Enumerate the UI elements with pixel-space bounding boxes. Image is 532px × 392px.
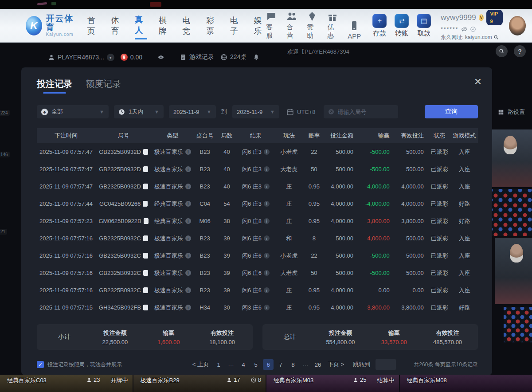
live-table-tile-1[interactable]: 极速百家乐B29178 — [133, 375, 266, 392]
user-block[interactable]: wywy9999 V VIP 9 ****** 永久网址: kaiyun.com — [441, 10, 503, 41]
result-detail-icon[interactable]: i — [264, 184, 270, 189]
cell-mode: 好路 — [451, 304, 478, 312]
result-detail-icon[interactable]: i — [264, 149, 270, 155]
live-table-tile-0[interactable]: 经典百家乐C0323开牌中 — [0, 375, 133, 392]
nav-item-1[interactable]: 体育 — [111, 12, 123, 39]
result-detail-icon[interactable]: i — [264, 305, 270, 310]
refresh-circle-icon[interactable] — [470, 26, 476, 32]
chevron-down-icon[interactable]: ▾ — [107, 54, 114, 61]
nav-item-3[interactable]: 棋牌 — [159, 12, 171, 39]
info-icon[interactable]: i — [185, 218, 191, 224]
game-record-button[interactable]: 游戏记录 — [180, 53, 214, 61]
copy-icon[interactable] — [144, 218, 149, 224]
info-icon[interactable]: i — [185, 184, 191, 189]
copy-icon[interactable] — [143, 253, 148, 259]
result-detail-icon[interactable]: i — [264, 201, 270, 207]
magnifier-icon[interactable] — [493, 35, 499, 40]
copy-icon[interactable] — [143, 235, 148, 241]
time-range-select[interactable]: 1天内 ▼ — [114, 105, 164, 118]
total-amount-label: 投注金额 — [314, 329, 368, 337]
table-name: 经典百家乐M03 — [274, 376, 313, 384]
info-icon[interactable]: i — [185, 235, 191, 241]
cell-status: 已派彩 — [428, 252, 451, 260]
cell-time: 2025-11-09 07:57:16 — [37, 287, 95, 294]
date-to-select[interactable]: 2025-11-9 ▼ — [232, 105, 279, 118]
live-table-tile-2[interactable]: 经典百家乐M0325结算中 — [266, 375, 399, 392]
wallet-label: 取款 — [417, 29, 430, 38]
coin-icon: ¥ — [121, 54, 128, 61]
nav-item-6[interactable]: 电子 — [230, 12, 243, 39]
close-icon[interactable]: × — [474, 75, 481, 88]
live-table-tile-3[interactable]: 经典百家乐M08 — [400, 375, 532, 392]
app-button[interactable]: APP — [348, 20, 361, 40]
page-4[interactable]: 4 — [238, 359, 249, 370]
result-detail-icon[interactable]: i — [264, 253, 270, 259]
query-button[interactable]: 查询 — [425, 105, 478, 118]
result-detail-icon[interactable]: i — [264, 287, 270, 293]
result-detail-icon[interactable]: i — [264, 270, 270, 276]
cell-table_no: B23 — [194, 235, 216, 242]
round-id-input[interactable] — [324, 105, 398, 118]
next-page-button[interactable]: 下页 > — [325, 359, 347, 370]
player-menu[interactable]: PLAYER46873... ▾ — [48, 54, 114, 61]
copy-icon[interactable] — [143, 270, 148, 276]
transfer-icon: ⇄ — [395, 14, 409, 28]
eye-off-icon[interactable] — [461, 26, 467, 32]
promo-button[interactable]: 优惠 — [327, 11, 338, 40]
nav-item-0[interactable]: 首页 — [87, 12, 100, 39]
merge-checkbox[interactable]: ✓ — [37, 361, 44, 368]
balance-display[interactable]: ¥ 0.00 — [121, 54, 142, 61]
nav-item-4[interactable]: 电竞 — [183, 12, 195, 39]
timezone-display[interactable]: UTC+8 — [286, 108, 316, 116]
copy-icon[interactable] — [143, 287, 148, 293]
nav-item-5[interactable]: 彩票 — [206, 12, 219, 39]
partners-button[interactable]: 合营 — [286, 11, 297, 40]
nav-item-2[interactable]: 真人 — [135, 12, 147, 39]
page-5[interactable]: 5 — [250, 359, 261, 370]
prev-page-button[interactable]: < 上页 — [190, 359, 211, 370]
copy-icon[interactable] — [143, 184, 148, 189]
date-from-select[interactable]: 2025-11-9 ▼ — [169, 105, 216, 118]
info-icon[interactable]: i — [185, 149, 191, 155]
page-8[interactable]: 8 — [288, 359, 298, 370]
modal-tab-0[interactable]: 投注记录 — [37, 78, 72, 94]
result-detail-icon[interactable]: i — [264, 235, 270, 241]
jump-page-input[interactable] — [376, 359, 396, 370]
eye-toggle[interactable] — [157, 54, 164, 61]
result-detail-icon[interactable]: i — [264, 218, 270, 224]
info-icon[interactable]: i — [185, 253, 191, 259]
info-icon[interactable]: i — [185, 305, 191, 310]
info-icon[interactable]: i — [185, 287, 191, 293]
col-header-game: 类型 — [152, 132, 194, 140]
notification-button[interactable] — [253, 54, 260, 61]
copy-icon[interactable] — [143, 305, 148, 310]
modal-tab-1[interactable]: 额度记录 — [86, 78, 121, 94]
page-7[interactable]: 7 — [275, 359, 286, 370]
sponsor-button[interactable]: 赞助 — [307, 11, 317, 40]
table-count-button[interactable]: 224桌 — [220, 53, 246, 61]
road-settings-label[interactable]: 路设置 — [498, 108, 525, 116]
avatar[interactable] — [509, 16, 526, 35]
nav-item-7[interactable]: 娱乐 — [254, 12, 266, 39]
dealer-video-thumb[interactable] — [495, 238, 532, 304]
deposit-button[interactable]: ＋ 存款 — [372, 14, 387, 38]
transfer-button[interactable]: ⇄ 转账 — [395, 14, 409, 38]
col-header-round_id: 局号 — [95, 132, 152, 140]
info-icon[interactable]: i — [185, 201, 191, 207]
copy-icon[interactable] — [143, 166, 148, 172]
copy-icon[interactable] — [143, 201, 148, 207]
page-26[interactable]: 26 — [313, 359, 323, 370]
page-1[interactable]: 1 — [213, 359, 224, 370]
page-6[interactable]: 6 — [263, 359, 274, 370]
permanent-url: 永久网址: kaiyun.com — [441, 33, 492, 41]
info-icon[interactable]: i — [185, 270, 191, 276]
dealer-video-thumb[interactable] — [489, 129, 532, 187]
customer-service-button[interactable]: 客服 — [266, 11, 277, 40]
result-detail-icon[interactable]: i — [264, 166, 270, 172]
game-type-select[interactable]: ♠ 全部 ▼ — [37, 105, 109, 118]
brand-logo[interactable]: K 开云体育 Kaiyun.com — [26, 14, 78, 37]
withdraw-button[interactable]: ▤ 取款 — [417, 14, 431, 38]
time-range-value: 1天内 — [129, 108, 143, 116]
info-icon[interactable]: i — [185, 166, 191, 172]
copy-icon[interactable] — [143, 149, 148, 155]
